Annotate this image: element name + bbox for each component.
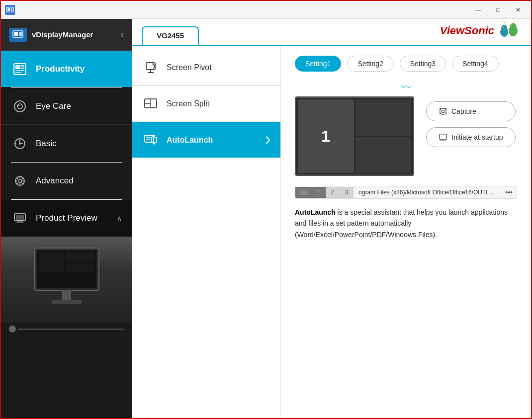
screen-cell-number: 1 xyxy=(321,127,330,146)
slider-dot xyxy=(9,326,16,333)
maximize-button[interactable]: □ xyxy=(489,3,507,17)
feature-item-screen-pivot[interactable]: Screen Pivot xyxy=(132,50,280,85)
sidebar-item-label-basic: Basic xyxy=(36,139,57,149)
feature-menu: Screen Pivot Screen Split xyxy=(132,46,281,418)
svg-rect-35 xyxy=(52,300,82,304)
sidebar-item-label-advanced: Advanced xyxy=(36,176,74,186)
sidebar-nav: Productivity Eye Care xyxy=(1,51,132,418)
svg-point-51 xyxy=(440,108,446,115)
feature-label-screen-pivot: Screen Pivot xyxy=(167,63,270,72)
svg-rect-44 xyxy=(146,63,155,70)
file-more-button[interactable]: ••• xyxy=(501,186,517,198)
sidebar-item-productivity[interactable]: Productivity xyxy=(1,51,132,87)
svg-rect-10 xyxy=(21,65,24,67)
chevron-down-icon: ⌵⌵ xyxy=(295,80,517,90)
svg-rect-34 xyxy=(62,290,71,300)
initiate-startup-button[interactable]: Initiate at startup xyxy=(426,127,516,147)
basic-icon xyxy=(11,135,29,153)
svg-rect-28 xyxy=(16,215,24,220)
autolaunch-icon xyxy=(142,131,160,149)
svg-point-18 xyxy=(19,143,21,145)
setting-tab-4[interactable]: Setting4 xyxy=(452,56,498,72)
svg-rect-2 xyxy=(11,8,12,9)
screen-cell-2 xyxy=(355,99,412,136)
svg-rect-13 xyxy=(15,72,21,73)
svg-point-39 xyxy=(503,26,504,27)
autolaunch-description: AutoLaunch is a special assistant that h… xyxy=(295,207,517,240)
capture-button[interactable]: Capture xyxy=(426,101,516,121)
svg-rect-55 xyxy=(440,140,446,141)
feature-item-screen-split[interactable]: Screen Split xyxy=(132,86,280,122)
capture-icon xyxy=(439,107,447,116)
file-tab-2[interactable]: 2 xyxy=(326,187,340,198)
minimize-button[interactable]: — xyxy=(469,3,487,17)
svg-rect-7 xyxy=(19,34,22,36)
sidebar-slider-area xyxy=(1,322,132,336)
setting-tab-3[interactable]: Setting3 xyxy=(400,56,446,72)
sidebar-item-label-productivity: Productivity xyxy=(36,64,85,74)
file-tabs: 1 2 3 xyxy=(312,187,354,198)
monitor-tab-vg2455[interactable]: VG2455 xyxy=(142,26,199,45)
sidebar-collapse-button[interactable]: ‹ xyxy=(121,29,124,40)
setting-tab-1[interactable]: Setting1 xyxy=(295,56,341,72)
sidebar-item-eye-care[interactable]: Eye Care xyxy=(1,88,132,125)
svg-point-52 xyxy=(442,110,444,112)
sidebar-header: vDisplayManager ‹ xyxy=(1,19,132,51)
feature-panel: Screen Pivot Screen Split xyxy=(132,46,531,418)
right-panel: Setting1 Setting2 Setting3 Setting4 ⌵⌵ 1 xyxy=(281,46,531,418)
file-tab-1[interactable]: 1 xyxy=(312,187,326,198)
main-content: VG2455 ViewSonic xyxy=(132,19,531,418)
screen-split-icon xyxy=(142,95,160,113)
svg-rect-1 xyxy=(7,8,10,10)
file-tab-3[interactable]: 3 xyxy=(340,187,354,198)
svg-rect-3 xyxy=(11,9,12,10)
screen-cell-3 xyxy=(355,137,412,173)
svg-rect-32 xyxy=(66,252,94,262)
svg-rect-54 xyxy=(441,140,445,141)
initiate-icon xyxy=(439,133,447,142)
close-button[interactable]: ✕ xyxy=(509,3,527,17)
sidebar-item-product-preview[interactable]: Product Preview ∧ xyxy=(1,200,132,322)
app-window: — □ ✕ vDisplayManager ‹ xyxy=(0,0,532,419)
action-buttons: Capture Initiate at startup xyxy=(426,101,516,147)
viewsonic-logo: ViewSonic xyxy=(440,21,521,45)
svg-point-16 xyxy=(18,104,20,106)
sidebar: vDisplayManager ‹ xyxy=(1,19,132,418)
svg-rect-31 xyxy=(39,252,64,272)
sidebar-item-basic[interactable]: Basic xyxy=(1,125,132,162)
feature-label-screen-split: Screen Split xyxy=(167,99,270,108)
svg-point-24 xyxy=(18,179,22,182)
file-folder-icon xyxy=(295,187,312,198)
layout-area: 1 xyxy=(295,96,517,176)
viewsonic-mascot-icon xyxy=(496,21,521,41)
window-controls: — □ ✕ xyxy=(469,3,527,17)
productivity-icon xyxy=(11,60,29,78)
product-preview-header[interactable]: Product Preview ∧ xyxy=(1,200,132,237)
sidebar-item-advanced[interactable]: Advanced xyxy=(1,163,132,199)
file-path-text: ogram Files (x86)/Microsoft Office/Offic… xyxy=(354,187,501,198)
svg-rect-12 xyxy=(15,70,24,71)
feature-item-autolaunch[interactable]: AutoLaunch xyxy=(132,122,280,158)
screen-layout-preview: 1 xyxy=(295,96,414,176)
screen-cell-main: 1 xyxy=(298,99,354,173)
advanced-icon xyxy=(11,172,29,190)
svg-rect-26 xyxy=(17,221,23,222)
sidebar-item-label-product-preview: Product Preview xyxy=(36,213,97,223)
screen-pivot-icon xyxy=(142,59,160,77)
svg-rect-6 xyxy=(19,32,22,34)
slider-track[interactable] xyxy=(18,329,124,330)
svg-rect-53 xyxy=(440,134,446,140)
product-preview-icon xyxy=(11,209,29,227)
svg-rect-33 xyxy=(66,263,94,272)
app-body: vDisplayManager ‹ xyxy=(1,19,531,418)
svg-rect-48 xyxy=(145,135,154,142)
product-preview-image xyxy=(1,237,132,321)
eye-care-icon xyxy=(11,97,29,115)
autolaunch-arrow-icon xyxy=(266,136,270,145)
product-preview-chevron-icon: ∧ xyxy=(117,214,122,222)
svg-point-41 xyxy=(510,23,517,30)
svg-rect-27 xyxy=(15,222,24,223)
svg-rect-9 xyxy=(15,65,20,69)
sidebar-item-label-eye-care: Eye Care xyxy=(36,101,71,111)
setting-tab-2[interactable]: Setting2 xyxy=(347,56,393,72)
